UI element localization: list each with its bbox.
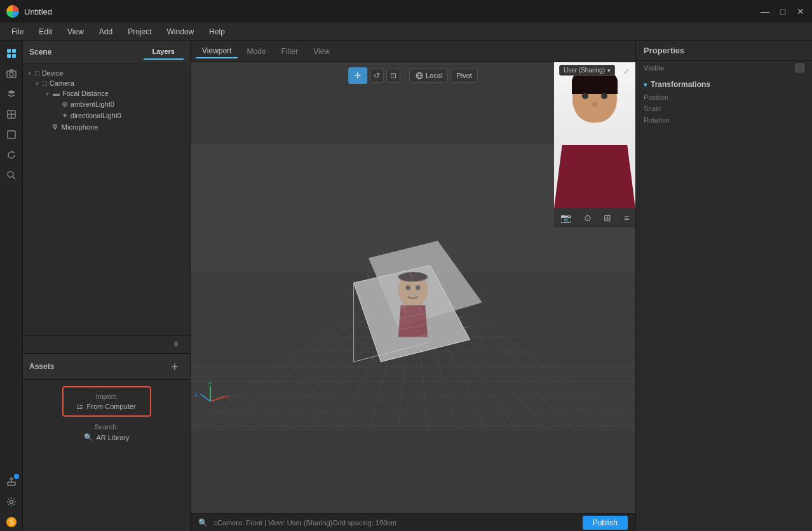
tree-directional-light[interactable]: ✦ directionalLight0 xyxy=(23,110,190,121)
statusbar-grid-info: Grid spacing: 100cm xyxy=(332,519,396,527)
app-title: Untitled xyxy=(24,7,52,17)
svg-point-64 xyxy=(405,285,410,290)
viewport-canvas: X Y Z ✛ ↺ ⊡ xyxy=(191,62,635,513)
add-tool-button[interactable]: ✛ xyxy=(351,69,365,83)
local-label: Local xyxy=(426,72,442,79)
assets-panel: Assets + Import: 🗂 From Computer Search:… xyxy=(23,353,190,531)
camera-preview-image xyxy=(554,62,635,208)
camera-preview-controls: 📷 ⊙ ⊞ ≡ xyxy=(554,208,635,227)
svg-rect-1 xyxy=(12,49,16,53)
camera-preview-expand[interactable]: ⤢ xyxy=(620,65,633,77)
iconbar-refresh[interactable] xyxy=(3,146,20,164)
publish-button[interactable]: Publish xyxy=(583,516,628,530)
camera-selector-dropdown[interactable]: User (Sharing) ▾ xyxy=(559,65,615,76)
rotate-tool-button[interactable]: ↺ xyxy=(370,69,384,83)
pivot-button[interactable]: Pivot xyxy=(450,69,477,83)
menu-help[interactable]: Help xyxy=(203,25,231,38)
transformations-arrow: ▾ xyxy=(644,81,647,88)
iconbar-camera[interactable] xyxy=(3,65,20,83)
ar-library-option[interactable]: 🔍 AR Library xyxy=(84,433,130,441)
tree-microphone[interactable]: 🎙 Microphone xyxy=(23,121,190,133)
tab-mode[interactable]: Mode xyxy=(240,45,272,58)
scene-panel: Scene Layers ▾ □ Device ▾ □ Camera xyxy=(23,41,190,353)
tree-device[interactable]: ▾ □ Device xyxy=(23,68,190,78)
iconbar-shapes[interactable] xyxy=(3,126,20,144)
close-button[interactable]: ✕ xyxy=(795,6,806,17)
svg-marker-63 xyxy=(398,305,428,337)
scale-row: Scale xyxy=(636,103,812,114)
move-tool-group: ✛ xyxy=(348,67,367,84)
visible-checkbox[interactable] xyxy=(795,64,804,72)
camera-selector-arrow: ▾ xyxy=(607,67,611,74)
transformations-section-header[interactable]: ▾ Transformations xyxy=(636,75,812,91)
scene-add-button[interactable]: + xyxy=(167,336,185,354)
camera-preview: 📷 ⊙ ⊞ ≡ User (Sharing) ▾ ⤢ xyxy=(554,62,635,227)
menu-project[interactable]: Project xyxy=(121,25,158,38)
assets-label: Assets xyxy=(29,362,54,371)
viewport-toolbar: Viewport Mode Filter View xyxy=(191,41,635,62)
app-logo xyxy=(6,5,19,18)
visible-row: Visible xyxy=(636,61,812,75)
scene-panel-header: Scene Layers xyxy=(23,41,190,64)
iconbar-search[interactable] xyxy=(3,166,20,184)
preview-menu-icon[interactable]: ≡ xyxy=(624,213,629,223)
menu-bottom-icon[interactable]: ≡ xyxy=(213,518,217,527)
iconbar-share[interactable] xyxy=(3,473,20,490)
preview-capture-icon[interactable]: ⊙ xyxy=(584,213,592,223)
from-computer-option[interactable]: 🗂 From Computer xyxy=(76,403,137,410)
svg-text:Z: Z xyxy=(194,392,198,396)
svg-rect-2 xyxy=(7,54,11,58)
left-iconbar: S xyxy=(0,41,23,531)
menu-view[interactable]: View xyxy=(61,25,90,38)
svg-point-65 xyxy=(416,285,421,290)
viewport-area: Viewport Mode Filter View xyxy=(191,41,635,531)
svg-text:Y: Y xyxy=(208,382,212,386)
pivot-label: Pivot xyxy=(456,72,471,79)
menu-window[interactable]: Window xyxy=(161,25,201,38)
scene-tabs: Layers xyxy=(144,44,184,60)
titlebar: Untitled — □ ✕ xyxy=(0,0,812,23)
search-section: Search: 🔍 AR Library xyxy=(84,423,130,441)
viewport-statusbar: 🔍 ≡ Camera: Front | View: User (Sharing)… xyxy=(191,513,635,531)
menu-add[interactable]: Add xyxy=(93,25,119,38)
preview-video-icon[interactable]: 📷 xyxy=(560,213,571,223)
tab-viewport[interactable]: Viewport xyxy=(196,44,238,58)
tab-layers[interactable]: Layers xyxy=(144,44,184,60)
from-computer-label: From Computer xyxy=(87,403,136,410)
window-controls: — □ ✕ xyxy=(760,6,806,17)
svg-point-14 xyxy=(10,501,13,504)
menu-file[interactable]: File xyxy=(5,25,30,38)
iconbar-notifications[interactable]: S xyxy=(3,513,20,531)
tab-view[interactable]: View xyxy=(307,45,336,58)
svg-line-11 xyxy=(13,177,15,180)
iconbar-objects[interactable] xyxy=(3,105,20,123)
tree-ambient-light[interactable]: ⊕ ambientLight0 xyxy=(23,98,190,110)
scene-footer: + xyxy=(23,335,190,353)
iconbar-layers[interactable] xyxy=(3,85,20,103)
import-box[interactable]: Import: 🗂 From Computer xyxy=(62,386,151,417)
maximize-button[interactable]: □ xyxy=(778,6,788,17)
tree-camera[interactable]: ▾ □ Camera xyxy=(23,78,190,88)
left-panel: Scene Layers ▾ □ Device ▾ □ Camera xyxy=(23,41,191,531)
iconbar-settings[interactable] xyxy=(3,493,20,511)
svg-point-66 xyxy=(398,272,428,282)
assets-panel-header: Assets + xyxy=(23,354,190,380)
viewport-tools-row: ✛ ↺ ⊡ Local Pivot xyxy=(348,67,478,84)
preview-settings-icon[interactable]: ⊞ xyxy=(604,213,611,223)
menu-edit[interactable]: Edit xyxy=(32,25,58,38)
scale-tool-button[interactable]: ⊡ xyxy=(386,69,400,83)
properties-header: Properties xyxy=(636,41,812,61)
import-label: Import: xyxy=(76,393,137,400)
svg-rect-0 xyxy=(7,49,11,53)
scene-tree: ▾ □ Device ▾ □ Camera ▾ ▬ Focal Distance xyxy=(23,64,190,335)
tree-focal-distance[interactable]: ▾ ▬ Focal Distance xyxy=(23,88,190,98)
assets-content: Import: 🗂 From Computer Search: 🔍 AR Lib… xyxy=(23,380,190,531)
iconbar-grid[interactable] xyxy=(3,44,20,62)
minimize-button[interactable]: — xyxy=(760,6,770,17)
svg-point-5 xyxy=(10,72,13,76)
local-button[interactable]: Local xyxy=(409,69,448,83)
tab-filter[interactable]: Filter xyxy=(275,45,305,58)
assets-add-button[interactable]: + xyxy=(166,358,184,375)
scene-label: Scene xyxy=(29,48,51,57)
search-bottom-icon[interactable]: 🔍 xyxy=(198,518,208,527)
